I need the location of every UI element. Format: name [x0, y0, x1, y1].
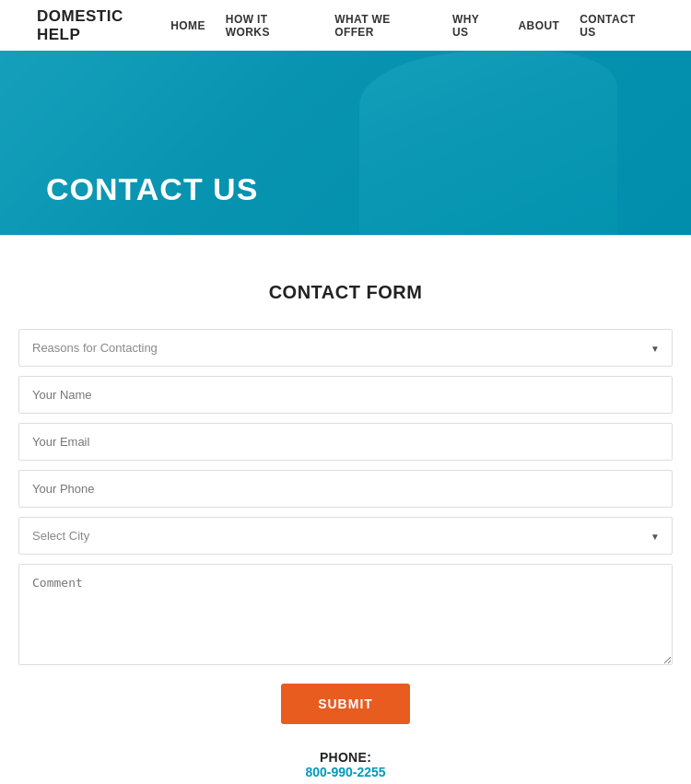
hero-title: CONTACT US	[46, 171, 258, 207]
logo: DOMESTIC HELP	[37, 7, 170, 44]
email-group	[18, 423, 673, 461]
phone-label: PHONE:	[18, 750, 673, 765]
reasons-select-wrapper: Reasons for Contacting General Inquiry S…	[18, 329, 673, 367]
header: DOMESTIC HELP HOME HOW IT WORKS WHAT WE …	[0, 0, 691, 51]
comment-textarea[interactable]	[18, 564, 673, 665]
hero-section: CONTACT US	[0, 51, 691, 235]
submit-button[interactable]: SUBMIT	[281, 684, 410, 724]
name-group	[18, 376, 673, 414]
contact-form-section: CONTACT FORM Reasons for Contacting Gene…	[0, 236, 691, 784]
nav-about[interactable]: ABOUT	[519, 19, 560, 32]
comment-group	[18, 564, 673, 665]
phone-section: PHONE: 800-990-2255	[18, 750, 673, 784]
nav-why-us[interactable]: WHY US	[452, 13, 498, 39]
nav-how-it-works[interactable]: HOW IT WORKS	[226, 13, 314, 39]
city-select-wrapper: Select City New York Los Angeles Chicago	[18, 517, 673, 555]
nav-what-we-offer[interactable]: WHAT WE OFFER	[334, 13, 432, 39]
contact-form: Reasons for Contacting General Inquiry S…	[18, 329, 673, 724]
nav-contact-us[interactable]: CONTACT US	[580, 13, 654, 39]
email-input[interactable]	[18, 423, 673, 461]
hero-overlay	[0, 51, 691, 235]
main-nav: HOME HOW IT WORKS WHAT WE OFFER WHY US A…	[170, 13, 654, 39]
phone-input[interactable]	[18, 470, 673, 508]
form-title: CONTACT FORM	[18, 282, 673, 303]
city-group: Select City New York Los Angeles Chicago	[18, 517, 673, 555]
name-input[interactable]	[18, 376, 673, 414]
phone-number[interactable]: 800-990-2255	[18, 765, 673, 779]
phone-group	[18, 470, 673, 508]
reasons-group: Reasons for Contacting General Inquiry S…	[18, 329, 673, 367]
nav-home[interactable]: HOME	[170, 19, 205, 32]
reasons-select[interactable]: Reasons for Contacting General Inquiry S…	[18, 329, 673, 367]
city-select[interactable]: Select City New York Los Angeles Chicago	[18, 517, 673, 555]
